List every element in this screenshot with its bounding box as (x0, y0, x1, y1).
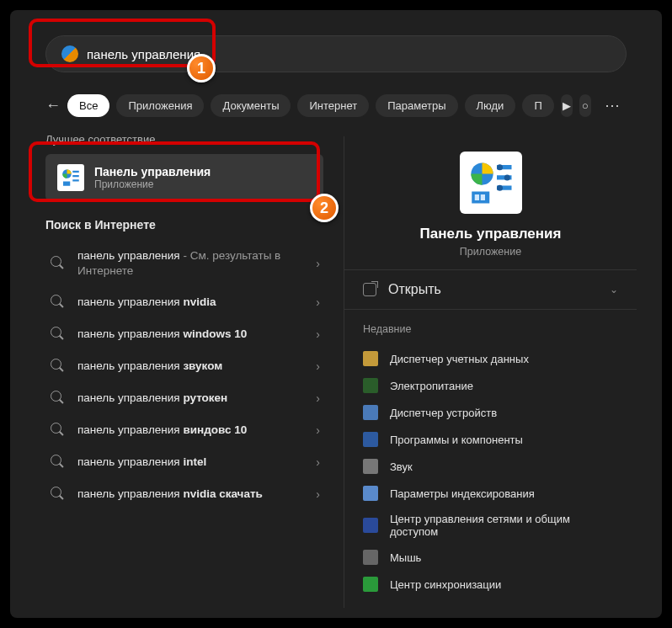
svg-rect-3 (72, 175, 79, 177)
recent-item[interactable]: Диспетчер учетных данных (363, 345, 618, 372)
search-bar[interactable] (45, 35, 627, 72)
recent-item[interactable]: Программы и компоненты (363, 426, 618, 453)
chevron-right-icon: › (316, 327, 320, 341)
svg-rect-5 (63, 182, 70, 186)
best-match-text: Панель управления Приложение (94, 165, 211, 190)
recent-item-label: Программы и компоненты (390, 434, 523, 446)
best-match-title: Панель управления (94, 165, 211, 178)
search-window: ← Все Приложения Документы Интернет Пара… (10, 10, 662, 618)
chevron-right-icon: › (316, 359, 320, 373)
best-match-label: Лучшее соответствие (45, 133, 323, 146)
recent-item[interactable]: Диспетчер устройств (363, 399, 618, 426)
web-result[interactable]: панель управления звуком › (45, 350, 323, 382)
chevron-right-icon: › (316, 455, 320, 469)
svg-rect-15 (474, 194, 478, 200)
recent-item[interactable]: Электропитание (363, 372, 618, 399)
chevron-right-icon: › (316, 257, 320, 270)
power-icon (363, 378, 378, 393)
web-result-text: панель управления - См. результаты в Инт… (77, 248, 318, 278)
web-result[interactable]: панель управления nvidia › (45, 286, 323, 318)
svg-rect-4 (72, 179, 79, 181)
search-input[interactable] (87, 47, 611, 61)
filter-people[interactable]: Люди (465, 94, 516, 117)
web-result-text: панель управления windows 10 (77, 327, 247, 342)
search-icon (51, 359, 66, 374)
network-icon (363, 518, 378, 533)
filter-overflow-icon[interactable]: ⋯ (598, 96, 627, 114)
svg-point-9 (497, 164, 503, 170)
filter-settings[interactable]: Параметры (376, 94, 457, 117)
recent-item[interactable]: Центр управления сетями и общим доступом (363, 507, 618, 544)
svg-rect-16 (480, 194, 484, 200)
credential-manager-icon (363, 351, 378, 366)
search-icon (51, 391, 66, 406)
open-label: Открыть (388, 282, 441, 297)
search-icon (51, 295, 66, 310)
step-badge-2: 2 (310, 194, 339, 222)
chevron-right-icon: › (316, 295, 320, 309)
preview-subtitle: Приложение (344, 246, 637, 258)
search-logo-icon (61, 45, 78, 62)
filter-truncated[interactable]: П (522, 94, 553, 117)
control-panel-icon-large (460, 152, 522, 214)
filter-internet[interactable]: Интернет (297, 94, 369, 117)
svg-rect-2 (72, 171, 79, 173)
recent-item-label: Звук (390, 460, 413, 473)
mouse-icon (363, 550, 378, 565)
search-icon (51, 423, 66, 438)
search-icon (51, 327, 66, 342)
web-result[interactable]: панель управления рутокен › (45, 382, 323, 414)
filter-all[interactable]: Все (67, 94, 109, 117)
chevron-right-icon: › (316, 391, 320, 405)
search-icon (51, 256, 66, 271)
web-result-text: панель управления nvidia скачать (77, 487, 263, 502)
recent-item[interactable]: Мышь (363, 544, 618, 571)
web-result[interactable]: панель управления - См. результаты в Инт… (45, 240, 323, 286)
web-result[interactable]: панель управления intel › (45, 446, 323, 478)
preview-title: Панель управления (344, 226, 637, 242)
web-result-text: панель управления nvidia (77, 295, 216, 310)
web-results-list: панель управления - См. результаты в Инт… (45, 240, 323, 510)
recent-item-label: Диспетчер учетных данных (390, 353, 529, 365)
recent-item[interactable]: Центр синхронизации (363, 571, 618, 598)
web-result-text: панель управления рутокен (77, 391, 227, 406)
recent-item-label: Мышь (390, 551, 421, 564)
filter-apps[interactable]: Приложения (116, 94, 204, 117)
sync-icon (363, 577, 378, 592)
sound-icon (363, 459, 378, 474)
web-result-text: панель управления intel (77, 455, 206, 470)
best-match-result[interactable]: Панель управления Приложение (45, 154, 323, 201)
filter-play-icon[interactable]: ▶ (561, 94, 573, 117)
back-button[interactable]: ← (45, 97, 61, 114)
web-result-text: панель управления виндовс 10 (77, 423, 247, 438)
web-result-text: панель управления звуком (77, 359, 222, 374)
recent-item[interactable]: Звук (363, 453, 618, 480)
recent-item-label: Диспетчер устройств (390, 407, 497, 419)
indexing-icon (363, 486, 378, 501)
recent-item-label: Параметры индексирования (390, 487, 535, 500)
preview-panel: Панель управления Приложение Открыть ⌄ Н… (344, 136, 637, 608)
open-action[interactable]: Открыть ⌄ (344, 269, 637, 310)
web-result[interactable]: панель управления windows 10 › (45, 318, 323, 350)
web-result[interactable]: панель управления виндовс 10 › (45, 414, 323, 446)
web-result[interactable]: панель управления nvidia скачать › (45, 478, 323, 510)
filter-circle-icon[interactable]: ○ (579, 94, 591, 117)
recent-section: Недавние Диспетчер учетных данных Электр… (344, 310, 637, 611)
recent-item[interactable]: Параметры индексирования (363, 480, 618, 507)
chevron-right-icon: › (316, 423, 320, 437)
filter-docs[interactable]: Документы (211, 94, 291, 117)
web-search-label: Поиск в Интернете (45, 218, 323, 232)
svg-point-11 (504, 174, 509, 180)
filter-row: ← Все Приложения Документы Интернет Пара… (45, 89, 627, 121)
chevron-down-icon[interactable]: ⌄ (610, 284, 618, 295)
best-match-subtitle: Приложение (94, 178, 211, 190)
recent-item-label: Центр синхронизации (390, 578, 501, 591)
svg-point-13 (497, 185, 503, 191)
control-panel-icon (57, 164, 84, 191)
recent-item-label: Центр управления сетями и общим доступом (390, 513, 618, 538)
open-icon (363, 283, 376, 296)
search-icon (51, 455, 66, 470)
programs-icon (363, 432, 378, 447)
app-hero: Панель управления Приложение (344, 136, 637, 269)
results-left-column: Лучшее соответствие Панель управления Пр… (45, 133, 323, 510)
